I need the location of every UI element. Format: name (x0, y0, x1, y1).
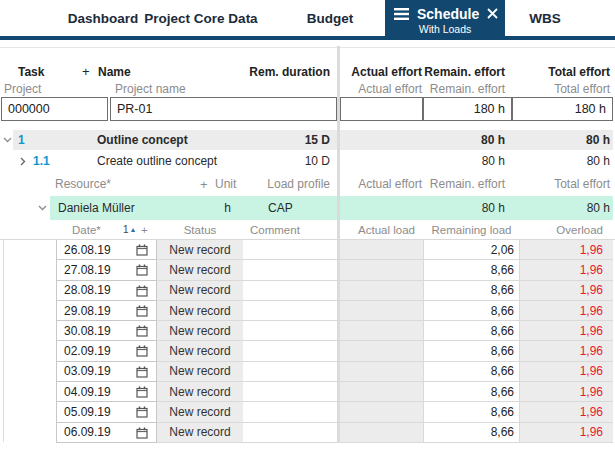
resource-name: Daniela Müller (58, 196, 135, 220)
remaining-load-cell[interactable]: 8,66 (423, 382, 520, 402)
load-remaining: 8,66 (491, 304, 514, 318)
task-rem-duration: 10 D (210, 150, 335, 172)
comment-cell[interactable] (243, 341, 337, 361)
remaining-load-cell[interactable]: 8,66 (423, 402, 520, 422)
load-remaining: 8,66 (491, 283, 514, 297)
tab-project-core-data[interactable]: Project Core Data (141, 0, 261, 36)
status-cell[interactable]: New record (157, 423, 243, 443)
overload-cell: 1,96 (520, 423, 613, 443)
project-id-field[interactable] (1, 97, 108, 121)
project-name-field[interactable] (110, 97, 337, 121)
remaining-load-cell[interactable]: 8,66 (423, 301, 520, 321)
calendar-icon[interactable] (136, 427, 148, 442)
calendar-icon[interactable] (136, 386, 148, 401)
task-row-1-1[interactable]: 1.1 Create outline concept 10 D 80 h 80 … (0, 150, 615, 172)
date-cell[interactable]: 06.09.19 (56, 423, 157, 443)
remaining-load-cell[interactable]: 8,66 (423, 281, 520, 301)
project-actual-effort-field[interactable] (340, 97, 423, 121)
date-cell[interactable]: 28.08.19 (56, 281, 157, 301)
status-cell[interactable]: New record (157, 362, 243, 382)
load-status: New record (169, 283, 230, 297)
status-cell[interactable]: New record (157, 341, 243, 361)
actual-load-column-label: Actual load (340, 220, 415, 239)
resource-unit: h (215, 196, 240, 220)
load-row: 03.09.19 New record 8,66 1,96 (0, 362, 615, 382)
load-date: 03.09.19 (64, 364, 111, 378)
load-status: New record (169, 364, 230, 378)
project-name-label: Project name (115, 80, 186, 97)
actual-load-cell (340, 423, 423, 443)
status-cell[interactable]: New record (157, 281, 243, 301)
comment-cell[interactable] (243, 260, 337, 280)
load-status: New record (169, 263, 230, 277)
comment-cell[interactable] (243, 382, 337, 402)
date-cell[interactable]: 04.09.19 (56, 382, 157, 402)
remaining-load-cell[interactable]: 8,66 (423, 362, 520, 382)
comment-cell[interactable] (243, 402, 337, 422)
date-cell[interactable]: 02.09.19 (56, 341, 157, 361)
task-row-1[interactable]: 1 Outline concept 15 D 80 h 80 h (0, 130, 615, 150)
remaining-load-cell[interactable]: 8,66 (423, 341, 520, 361)
calendar-icon[interactable] (136, 345, 148, 360)
calendar-icon[interactable] (136, 406, 148, 421)
date-cell[interactable]: 27.08.19 (56, 260, 157, 280)
calendar-icon[interactable] (136, 366, 148, 381)
actual-load-cell (340, 260, 423, 280)
tab-schedule[interactable]: Schedule With Loads (385, 0, 505, 40)
comment-cell[interactable] (243, 362, 337, 382)
calendar-icon[interactable] (136, 264, 148, 279)
load-status: New record (169, 344, 230, 358)
status-cell[interactable]: New record (157, 321, 243, 341)
status-cell[interactable]: New record (157, 240, 243, 260)
menu-icon[interactable] (394, 8, 409, 20)
calendar-icon[interactable] (136, 285, 148, 300)
total-effort-column-label: Total effort (507, 63, 613, 80)
name-column-label: Name (98, 63, 131, 80)
tab-wbs[interactable]: WBS (505, 0, 585, 36)
remaining-load-cell[interactable]: 2,06 (423, 240, 520, 260)
status-cell[interactable]: New record (157, 301, 243, 321)
date-cell[interactable]: 26.08.19 (56, 240, 157, 260)
chevron-down-icon[interactable] (3, 130, 12, 150)
close-icon[interactable] (487, 8, 498, 19)
chevron-right-icon[interactable] (20, 150, 26, 172)
remaining-load-cell[interactable]: 8,66 (423, 321, 520, 341)
sort-ascending-icon[interactable]: 1▲ (123, 220, 138, 239)
remain-effort-column-label: Remain. effort (422, 63, 507, 80)
load-row: 27.08.19 New record 8,66 1,96 (0, 260, 615, 280)
resource-row[interactable]: Daniela Müller h CAP 80 h 80 h (0, 196, 615, 220)
tab-budget-label: Budget (307, 11, 354, 26)
comment-cell[interactable] (243, 301, 337, 321)
remaining-load-cell[interactable]: 8,66 (423, 423, 520, 443)
tab-budget[interactable]: Budget (290, 0, 370, 36)
project-subheader: Project Project name Actual effort Remai… (0, 80, 615, 97)
comment-cell[interactable] (243, 281, 337, 301)
load-overload: 1,96 (580, 283, 603, 297)
load-date: 02.09.19 (64, 344, 111, 358)
load-remaining: 8,66 (491, 344, 514, 358)
calendar-icon[interactable] (136, 305, 148, 320)
calendar-icon[interactable] (136, 325, 148, 340)
calendar-icon[interactable] (136, 244, 148, 259)
comment-cell[interactable] (243, 423, 337, 443)
status-cell[interactable]: New record (157, 260, 243, 280)
add-task-icon[interactable]: + (82, 63, 90, 80)
comment-cell[interactable] (243, 240, 337, 260)
date-cell[interactable]: 05.09.19 (56, 402, 157, 422)
comment-cell[interactable] (243, 321, 337, 341)
comment-column-label: Comment (250, 220, 300, 239)
project-total-effort-field[interactable] (512, 97, 613, 121)
date-cell[interactable]: 30.08.19 (56, 321, 157, 341)
date-cell[interactable]: 03.09.19 (56, 362, 157, 382)
add-load-row-icon[interactable]: + (141, 220, 148, 239)
chevron-down-icon[interactable] (38, 196, 47, 220)
remaining-load-cell[interactable]: 8,66 (423, 260, 520, 280)
project-row (0, 97, 615, 122)
status-cell[interactable]: New record (157, 402, 243, 422)
load-remaining: 8,66 (491, 324, 514, 338)
overload-cell: 1,96 (520, 281, 613, 301)
status-cell[interactable]: New record (157, 382, 243, 402)
date-cell[interactable]: 29.08.19 (56, 301, 157, 321)
add-resource-icon[interactable]: + (200, 172, 208, 196)
project-remaining-effort-field[interactable] (423, 97, 512, 121)
